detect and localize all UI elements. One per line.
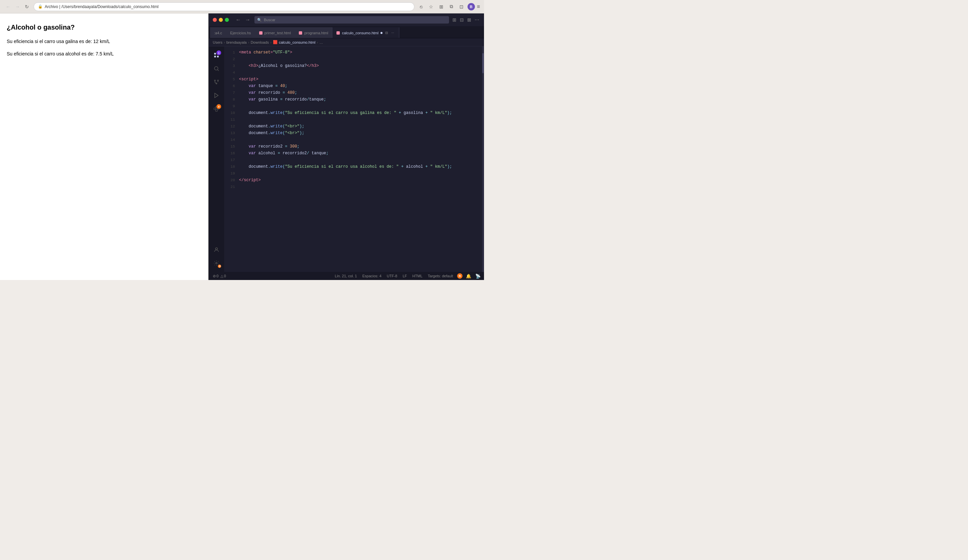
tab-a4c-label: :a4.c — [214, 31, 222, 35]
titlebar-forward-button[interactable]: → — [244, 16, 252, 23]
status-left: ⊘ 0 △ 0 — [211, 272, 227, 280]
ln-21: 21 — [224, 184, 235, 190]
layout-icon-1[interactable]: ⊞ — [452, 17, 457, 23]
code-line-4 — [239, 69, 482, 76]
main-layout: ¿Alcohol o gasolina? Su eficiencia si el… — [0, 13, 484, 280]
layout-icon-3[interactable]: ⊠ — [466, 17, 472, 23]
status-live-share[interactable]: B — [457, 273, 462, 278]
activity-explorer[interactable]: 1 — [211, 49, 222, 61]
titlebar-back-button[interactable]: ← — [234, 16, 242, 23]
ln-13: 13 — [224, 130, 235, 136]
line-numbers: 1 2 3 4 5 6 7 8 9 10 11 12 13 14 — [224, 46, 238, 272]
ln-5: 5 — [224, 76, 235, 83]
activity-search[interactable] — [211, 63, 222, 75]
code-editor[interactable]: 1 2 3 4 5 6 7 8 9 10 11 12 13 14 — [224, 46, 484, 272]
error-count: 0 — [217, 274, 219, 278]
breadcrumb-sep3: › — [270, 40, 272, 45]
vscode-search-bar[interactable]: 🔍 Buscar — [254, 16, 449, 23]
status-eol[interactable]: LF — [401, 272, 408, 280]
tab-programa-icon — [299, 31, 302, 35]
maximize-traffic-light[interactable] — [225, 18, 229, 22]
address-bar[interactable]: 🔒 Archivo | /Users/brendaayala/Downloads… — [34, 2, 414, 11]
status-errors[interactable]: ⊘ 0 △ 0 — [211, 272, 227, 280]
close-traffic-light[interactable] — [213, 18, 217, 22]
tab-modified-dot — [380, 32, 383, 34]
ln-3: 3 — [224, 63, 235, 69]
status-broadcast[interactable]: 📡 — [475, 273, 481, 279]
svg-point-15 — [216, 262, 217, 264]
layout-icon-2[interactable]: ⊟ — [459, 17, 464, 23]
activity-settings[interactable]: ⏱ — [211, 257, 222, 269]
back-button[interactable]: ← — [4, 3, 12, 11]
svg-point-7 — [217, 80, 219, 81]
breadcrumb-brendaayala[interactable]: brendaayala — [226, 40, 247, 45]
status-targets[interactable]: Targets: default — [426, 272, 454, 280]
status-spaces[interactable]: Espacios: 4 — [361, 272, 383, 280]
ln-10: 10 — [224, 109, 235, 116]
vscode-statusbar: ⊘ 0 △ 0 Lín. 21, col. 1 Espacios: 4 UTF-… — [209, 272, 484, 280]
titlebar-nav: ← → — [234, 16, 252, 23]
sidebar-toggle-button[interactable]: ⊞ — [437, 3, 445, 11]
titlebar-icons: ⊞ ⊟ ⊠ ⋯ — [452, 17, 480, 23]
tab-primer-test[interactable]: primer_test.html — [255, 27, 295, 38]
activity-account[interactable] — [211, 244, 222, 256]
status-language[interactable]: HTML — [411, 272, 424, 280]
profile-button[interactable]: B — [467, 3, 475, 10]
code-line-8: var gasolina = recorrido/tanque; — [239, 96, 482, 103]
status-position[interactable]: Lín. 21, col. 1 — [333, 272, 358, 280]
code-line-21 — [239, 184, 482, 190]
ln-14: 14 — [224, 136, 235, 143]
activity-source-control[interactable] — [211, 76, 222, 88]
code-line-14 — [239, 136, 482, 143]
page-line1: Su eficiencia si el carro usa galina es … — [7, 38, 202, 45]
ln-9: 9 — [224, 103, 235, 109]
share-button[interactable]: ⎋ — [417, 3, 425, 11]
tab-layout-btn[interactable]: ⊟ — [385, 30, 389, 35]
tab-ejercicios[interactable]: Ejercicios.hs — [226, 27, 255, 38]
code-line-3: <h3>¿Alcohol o gasolina?</h3> — [239, 63, 482, 69]
tab-calculo-consumo[interactable]: calculo_consumo.html ⊟ ··· — [332, 27, 399, 38]
activity-run[interactable] — [211, 89, 222, 101]
code-line-7: var recorrido = 480; — [239, 89, 482, 96]
tab-a4c[interactable]: :a4.c — [210, 27, 226, 38]
settings-badge: ⏱ — [218, 265, 221, 268]
page-line2: Su eficiencia si el carro usa alcohol es… — [7, 50, 202, 58]
forward-button[interactable]: → — [13, 3, 22, 11]
tab-more-btn[interactable]: ··· — [391, 30, 394, 35]
tab-overview-button[interactable]: ⧉ — [448, 3, 456, 11]
vscode-titlebar: ← → 🔍 Buscar ⊞ ⊟ ⊠ ⋯ — [209, 13, 484, 26]
breadcrumb-users[interactable]: Users — [213, 40, 222, 45]
svg-rect-13 — [215, 109, 217, 111]
code-line-9 — [239, 103, 482, 109]
breadcrumb-filename[interactable]: calculo_consumo.html — [279, 40, 316, 45]
ln-20: 20 — [224, 177, 235, 184]
code-line-2 — [239, 56, 482, 63]
tab-programa[interactable]: programa.html — [295, 27, 332, 38]
tab-primer-test-icon — [259, 31, 262, 35]
tab-calculo-label: calculo_consumo.html — [342, 31, 378, 35]
search-placeholder: Buscar — [264, 18, 275, 22]
scroll-indicator — [482, 46, 484, 272]
browser-chrome: ← → ↻ 🔒 Archivo | /Users/brendaayala/Dow… — [0, 0, 484, 13]
code-content[interactable]: <meta charset="UTF-8"> <h3>¿Alcohol o ga… — [238, 46, 482, 272]
code-line-13: document.write("<br>"); — [239, 130, 482, 136]
status-encoding[interactable]: UTF-8 — [386, 272, 399, 280]
code-line-15: var recorrido2 = 300; — [239, 143, 482, 150]
breadcrumb-sep1: › — [224, 40, 225, 45]
activity-extensions[interactable]: 8 — [211, 103, 222, 115]
status-notifications[interactable]: 🔔 — [465, 273, 472, 279]
code-line-20: </script> — [239, 177, 482, 184]
vscode-breadcrumb: Users › brendaayala › Downloads › 🟥 calc… — [209, 38, 484, 46]
bookmark-button[interactable]: ☆ — [427, 3, 435, 11]
tab-calculo-icon — [336, 31, 340, 35]
svg-marker-9 — [215, 93, 219, 98]
ln-2: 2 — [224, 56, 235, 63]
extensions-button[interactable]: ⊡ — [457, 3, 466, 11]
layout-icon-4[interactable]: ⋯ — [474, 17, 480, 23]
minimize-traffic-light[interactable] — [219, 18, 223, 22]
ln-17: 17 — [224, 157, 235, 163]
code-area[interactable]: 1 2 3 4 5 6 7 8 9 10 11 12 13 14 — [224, 46, 484, 272]
breadcrumb-downloads[interactable]: Downloads — [251, 40, 269, 45]
refresh-button[interactable]: ↻ — [23, 3, 31, 11]
menu-button[interactable]: ≡ — [477, 4, 480, 10]
